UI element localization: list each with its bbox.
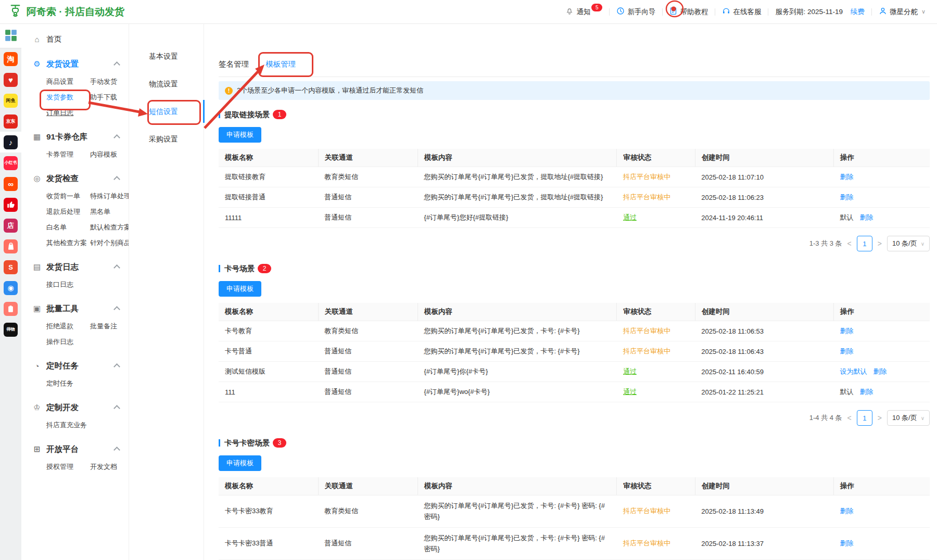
cell-content: 您购买的订单尾号{#订单尾号}已发货，卡号: {#卡号} 密码: {#密码} [417,527,616,559]
secondary-item-sms[interactable]: 短信设置 [129,98,204,125]
help-button[interactable]: 帮助教程 [669,7,708,17]
sidebar-item-home[interactable]: ⌂ 首页 [33,33,129,45]
secondary-item-logistics[interactable]: 物流设置 [129,70,204,98]
sidebar-group-title-7[interactable]: ⊞开放平台 [33,443,129,455]
sidebar-item-g4-1[interactable]: 批量备注 [90,321,129,332]
delete-link[interactable]: 删除 [873,367,887,375]
sidebar-item-g2-0[interactable]: 收货前一单 [46,190,90,201]
rail-item-xianyu[interactable]: 闲鱼 [0,90,21,111]
column-header: 操作 [834,303,930,321]
chevron-up-icon[interactable] [113,264,120,271]
set-default-link[interactable]: 设为默认 [840,367,867,375]
default-label: 默认 [840,213,854,221]
online-service-button[interactable]: 在线客服 [722,7,761,17]
apply-template-button[interactable]: 申请模板 [219,281,261,297]
rail-item-thumbs-up[interactable] [0,194,21,215]
chevron-up-icon[interactable] [113,447,120,453]
sidebar-item-g7-1[interactable]: 开发文档 [90,461,129,472]
rail-item-dewu[interactable]: 得物 [0,319,21,340]
sidebar-item-g2-6[interactable]: 其他检查方案 [46,237,90,248]
sidebar-group-title-1[interactable]: ▦91卡券仓库 [33,131,129,143]
sidebar-item-g4-0[interactable]: 拒绝退款 [46,321,90,332]
page-number-button[interactable]: 1 [857,410,872,426]
delete-link[interactable]: 删除 [840,193,854,201]
tab-template[interactable]: 模板管理 [265,59,296,69]
notifications-button[interactable]: 通知 5 [565,7,602,17]
delete-link[interactable]: 删除 [860,213,873,221]
cell-content: 您购买的订单尾号{#订单尾号}已发货，提取地址{#提取链接} [417,187,616,208]
rail-item-shop-bag[interactable] [0,236,21,257]
sidebar-item-g0-3[interactable]: 助手下载 [90,92,129,103]
sidebar-item-g3-0[interactable]: 接口日志 [46,279,90,290]
sidebar-group-title-4[interactable]: ▣批量工具 [33,303,129,314]
rail-item-kuaishou[interactable]: ∞ [0,173,21,194]
page-size-select[interactable]: 10 条/页∨ [887,410,930,426]
chevron-up-icon[interactable] [113,306,120,313]
prev-page-button[interactable]: < [847,239,852,248]
sidebar-group-title-5[interactable]: ◔定时任务 [33,360,129,372]
chevron-up-icon[interactable] [113,134,120,141]
delete-link[interactable]: 删除 [860,388,873,396]
rail-item-blue-circle[interactable]: ◉ [0,277,21,298]
sidebar-item-g0-4[interactable]: 订单日志 [46,107,90,118]
apply-template-button[interactable]: 申请模板 [219,127,261,143]
sidebar-item-g7-0[interactable]: 授权管理 [46,461,90,472]
delete-link[interactable]: 删除 [840,539,854,547]
sidebar-group-title-2[interactable]: ◎发货检查 [33,173,129,184]
delete-link[interactable]: 删除 [840,327,854,335]
secondary-item-purchase[interactable]: 采购设置 [129,125,204,153]
rail-item-order-clip[interactable] [0,298,21,319]
sidebar-item-g2-1[interactable]: 特殊订单处理 [90,190,129,201]
sidebar-item-g5-0[interactable]: 定时任务 [46,378,90,389]
rail-item-taobao[interactable]: 淘 [0,48,21,69]
next-page-button[interactable]: > [878,239,882,248]
default-label: 默认 [840,388,854,396]
rail-item-pinduoduo[interactable]: ♥ [0,69,21,90]
dewu-icon: 得物 [4,323,18,337]
delete-link[interactable]: 删除 [840,507,854,515]
guide-button[interactable]: 新手向导 [616,7,655,17]
rail-item-app-logo-grid[interactable] [0,24,21,48]
rail-item-shopee[interactable]: S [0,257,21,277]
sidebar-item-g2-4[interactable]: 白名单 [46,222,90,233]
rail-item-douyin[interactable]: ♪ [0,132,21,152]
sidebar-item-g0-2[interactable]: 发货参数 [46,92,90,103]
sidebar-group-title-0[interactable]: ⚙发货设置 [33,58,129,70]
sidebar-item-g4-2[interactable]: 操作日志 [46,336,90,347]
user-menu[interactable]: 微星分舵 ∨ [879,7,926,17]
cell-created-time: 2025-02-18 11:13:49 [695,495,833,528]
log-icon: ▤ [33,262,41,272]
rail-item-jingdong[interactable]: 京东 [0,111,21,132]
sidebar-item-g2-5[interactable]: 默认检查方案 [90,222,129,233]
chevron-up-icon[interactable] [113,405,120,412]
apply-template-button[interactable]: 申请模板 [219,455,261,471]
rail-item-dianpu[interactable]: 店 [0,215,21,236]
prev-page-button[interactable]: < [847,414,852,422]
sidebar-item-g2-7[interactable]: 针对个别商品 [90,237,129,248]
renew-link[interactable]: 续费 [851,7,865,17]
page-number-button[interactable]: 1 [857,236,872,251]
sidebar-item-g1-0[interactable]: 卡券管理 [46,149,90,160]
cell-channel: 普通短信 [318,187,417,208]
sidebar-item-g1-1[interactable]: 内容模板 [90,149,129,160]
chevron-up-icon[interactable] [113,176,120,183]
sidebar-item-g6-0[interactable]: 抖店直充业务 [46,419,90,430]
tab-signature[interactable]: 签名管理 [219,59,249,69]
cell-actions: 删除 [834,495,930,528]
page-size-select[interactable]: 10 条/页∨ [887,236,930,251]
sidebar-item-g0-0[interactable]: 商品设置 [46,76,90,87]
sidebar-group-title-6[interactable]: ♔定制开发 [33,402,129,413]
next-page-button[interactable]: > [878,414,882,422]
sidebar-group-title-3[interactable]: ▤发货日志 [33,261,129,273]
cell-status: 通过 [617,208,695,228]
chevron-up-icon[interactable] [113,61,120,68]
rail-item-xiaohongshu[interactable]: 小红书 [0,152,21,173]
delete-link[interactable]: 删除 [840,347,854,355]
chevron-up-icon[interactable] [113,363,120,370]
sidebar-item-g2-3[interactable]: 黑名单 [90,206,129,217]
sidebar-item-g0-1[interactable]: 手动发货 [90,76,129,87]
sidebar-item-g2-2[interactable]: 退款后处理 [46,206,90,217]
secondary-item-basic[interactable]: 基本设置 [129,43,204,70]
delete-link[interactable]: 删除 [840,173,854,181]
cell-channel: 普通短信 [318,341,417,362]
